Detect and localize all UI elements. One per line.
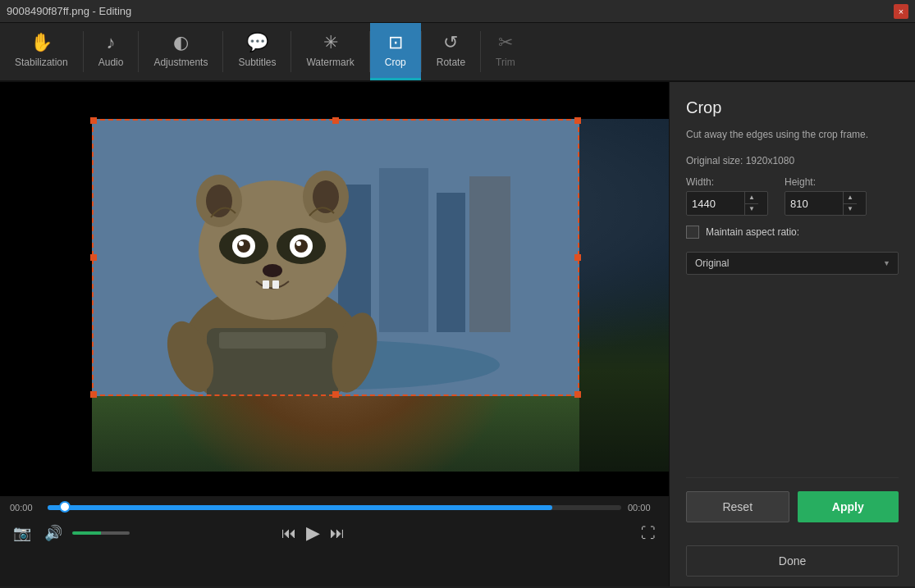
- stabilization-icon: ✋: [30, 34, 53, 52]
- width-spin-down[interactable]: ▼: [745, 203, 758, 216]
- toolbar-item-audio[interactable]: ♪ Audio: [84, 23, 139, 80]
- timeline: 00:00 00:00 📷 🔊 ⏮ ▶ ⏭: [0, 496, 669, 586]
- toolbar-label-audio: Audio: [98, 57, 124, 68]
- preset-wrapper: Original 16:9 4:3 1:1 9:16: [686, 252, 899, 275]
- step-forward-button[interactable]: ⏭: [327, 522, 348, 545]
- audio-icon: ♪: [107, 34, 116, 52]
- subtitles-icon: 💬: [246, 34, 268, 52]
- screenshot-button[interactable]: 📷: [10, 521, 34, 545]
- play-button[interactable]: ▶: [303, 519, 323, 547]
- letterbox-left: [0, 82, 92, 496]
- video-area[interactable]: [0, 82, 669, 496]
- toolbar-item-watermark[interactable]: ✳ Watermark: [291, 23, 368, 80]
- toolbar-label-stabilization: Stabilization: [15, 57, 68, 68]
- toolbar-item-rotate[interactable]: ↺ Rotate: [422, 23, 480, 80]
- height-input-wrap: ▲ ▼: [785, 191, 867, 216]
- aspect-ratio-label: Maintain aspect ratio:: [706, 226, 799, 238]
- done-button[interactable]: Done: [686, 545, 899, 577]
- main-content: 00:00 00:00 📷 🔊 ⏮ ▶ ⏭: [0, 82, 915, 586]
- toolbar-item-trim[interactable]: ✂ Trim: [481, 23, 530, 80]
- mute-button[interactable]: 🔊: [41, 521, 66, 545]
- aspect-ratio-checkbox[interactable]: [686, 226, 699, 239]
- toolbar-item-stabilization[interactable]: ✋ Stabilization: [0, 23, 83, 80]
- progress-fill: [48, 505, 552, 510]
- trim-icon: ✂: [498, 34, 513, 52]
- width-input[interactable]: [687, 198, 744, 210]
- time-start: 00:00: [10, 503, 41, 513]
- playback-controls: ⏮ ▶ ⏭: [278, 519, 348, 547]
- aspect-ratio-row: Maintain aspect ratio:: [686, 226, 899, 239]
- right-panel: Crop Cut away the edges using the crop f…: [669, 82, 915, 586]
- video-content: [0, 82, 669, 496]
- step-back-button[interactable]: ⏮: [278, 522, 300, 545]
- close-button[interactable]: ×: [894, 4, 908, 19]
- toolbar-label-adjustments: Adjustments: [153, 57, 208, 68]
- width-group: Width: ▲ ▼: [686, 176, 768, 216]
- title-text: 9008490f87ff.png - Editing: [7, 5, 131, 17]
- toolbar-label-trim: Trim: [496, 57, 515, 68]
- panel-spacer: [686, 291, 899, 477]
- toolbar-label-watermark: Watermark: [306, 57, 354, 68]
- width-label: Width:: [686, 176, 768, 188]
- panel-description: Cut away the edges using the crop frame.: [686, 127, 899, 142]
- video-panel: 00:00 00:00 📷 🔊 ⏮ ▶ ⏭: [0, 82, 669, 586]
- width-input-wrap: ▲ ▼: [686, 191, 768, 216]
- letterbox-right: [579, 82, 669, 496]
- height-label: Height:: [785, 176, 867, 188]
- fullscreen-button[interactable]: ⛶: [638, 522, 659, 545]
- letterbox-top: [0, 82, 669, 119]
- panel-buttons: Reset Apply: [686, 477, 899, 536]
- toolbar-item-subtitles[interactable]: 💬 Subtitles: [223, 23, 291, 80]
- watermark-icon: ✳: [323, 34, 338, 52]
- height-group: Height: ▲ ▼: [785, 176, 867, 216]
- height-spin-down[interactable]: ▼: [844, 203, 857, 216]
- panel-title: Crop: [686, 98, 899, 117]
- progress-bar-container: 00:00 00:00: [0, 496, 669, 516]
- width-spin-up[interactable]: ▲: [745, 192, 758, 203]
- toolbar: ✋ Stabilization ♪ Audio ◐ Adjustments 💬 …: [0, 23, 915, 82]
- dimensions-row: Width: ▲ ▼ Height: ▲ ▼: [686, 176, 899, 216]
- toolbar-label-crop: Crop: [385, 57, 406, 68]
- done-row: Done: [686, 536, 899, 586]
- progress-track[interactable]: [48, 505, 621, 510]
- title-bar: 9008490f87ff.png - Editing ×: [0, 0, 915, 23]
- height-spin-up[interactable]: ▲: [844, 192, 857, 203]
- time-end: 00:00: [628, 503, 659, 513]
- rotate-icon: ↺: [443, 34, 458, 52]
- width-spinners: ▲ ▼: [744, 192, 758, 215]
- adjustments-icon: ◐: [173, 34, 189, 52]
- toolbar-label-subtitles: Subtitles: [238, 57, 276, 68]
- height-input[interactable]: [785, 198, 843, 210]
- controls-row: 📷 🔊 ⏮ ▶ ⏭ ⛶: [0, 516, 669, 550]
- toolbar-item-crop[interactable]: ⊡ Crop: [370, 23, 421, 80]
- progress-thumb[interactable]: [59, 501, 71, 513]
- letterbox-bottom: [0, 472, 669, 496]
- original-size: Original size: 1920x1080: [686, 155, 899, 166]
- crop-icon: ⊡: [388, 34, 403, 52]
- toolbar-item-adjustments[interactable]: ◐ Adjustments: [139, 23, 222, 80]
- reset-button[interactable]: Reset: [686, 491, 789, 522]
- toolbar-label-rotate: Rotate: [437, 57, 465, 68]
- volume-slider[interactable]: [72, 531, 130, 535]
- apply-button[interactable]: Apply: [798, 491, 899, 522]
- preset-select[interactable]: Original 16:9 4:3 1:1 9:16: [686, 252, 899, 275]
- height-spinners: ▲ ▼: [843, 192, 857, 215]
